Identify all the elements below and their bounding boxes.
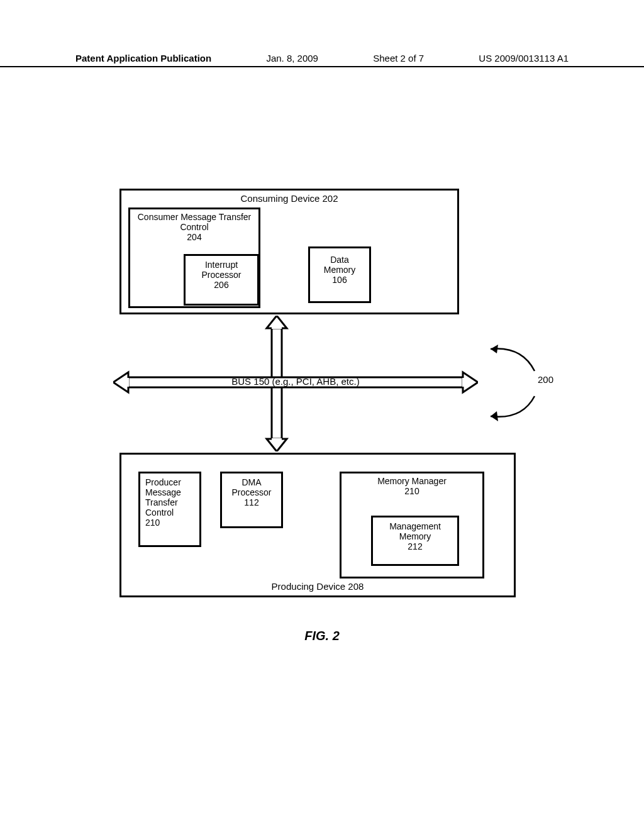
svg-marker-11 [491,411,498,421]
producing-device-label: Producing Device 208 [121,581,514,592]
svg-marker-10 [491,345,498,353]
consumer-message-transfer-control-label: Consumer Message Transfer Control 204 [130,212,258,242]
svg-rect-3 [272,326,282,329]
consuming-device-label: Consuming Device 202 [121,193,457,204]
producer-message-transfer-control-label: Producer Message Transfer Control 210 [145,477,194,528]
application-number: US 2009/0013113 A1 [479,53,569,64]
figure-diagram: Consuming Device 202 Consumer Message Tr… [75,189,569,641]
patent-header: Patent Application Publication Jan. 8, 2… [0,53,644,67]
data-memory-label: Data Memory 106 [310,255,369,285]
data-memory-box: Data Memory 106 [308,246,371,303]
memory-manager-label: Memory Manager 210 [341,476,482,496]
reference-callout: 200 [478,340,553,428]
dma-processor-label: DMA Processor 112 [222,477,281,507]
publication-label: Patent Application Publication [75,53,211,64]
figure-caption: FIG. 2 [75,629,569,643]
interrupt-processor-label: Interrupt Processor 206 [186,260,257,290]
bus-label: BUS 150 (e.g., PCI, AHB, etc.) [113,376,478,387]
management-memory-label: Management Memory 212 [373,521,457,551]
interrupt-processor-box: Interrupt Processor 206 [184,254,259,306]
sheet-label: Sheet 2 of 7 [373,53,424,64]
management-memory-box: Management Memory 212 [371,516,459,566]
reference-number-200: 200 [538,374,553,385]
bus-arrow: BUS 150 (e.g., PCI, AHB, etc.) [113,370,478,395]
publication-date: Jan. 8, 2009 [266,53,318,64]
dma-processor-box: DMA Processor 112 [220,472,283,528]
producer-message-transfer-control-box: Producer Message Transfer Control 210 [138,472,201,547]
svg-rect-4 [272,438,282,441]
